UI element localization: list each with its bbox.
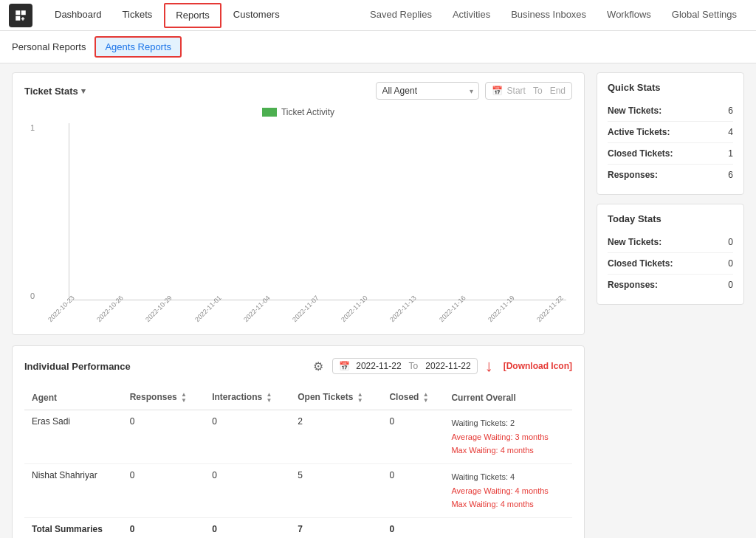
stat-value: 1: [728, 148, 733, 159]
agent-name: Eras Sadi: [24, 410, 123, 464]
ticket-stats-date-range[interactable]: 📅 Start To End: [485, 82, 572, 100]
closed-value: 0: [382, 410, 444, 464]
sort-icon-closed: ▲▼: [423, 392, 429, 404]
col-agent: Agent: [24, 386, 123, 410]
col-open-tickets[interactable]: Open Tickets ▲▼: [290, 386, 382, 410]
stat-value: 0: [728, 258, 733, 269]
max-waiting: Max Waiting: 4 months: [451, 497, 565, 511]
table-row: Eras Sadi 0 0 2 0 Waiting Tickets: 2 Ave…: [24, 410, 572, 464]
stat-value: 4: [728, 127, 733, 137]
today-stat-row: Responses:0: [608, 275, 733, 295]
download-icon-label: [Download Icon]: [504, 361, 572, 371]
stat-label: Responses:: [608, 280, 658, 290]
table-row: Nishat Shahriyar 0 0 5 0 Waiting Tickets…: [24, 464, 572, 518]
stat-label: Active Tickets:: [608, 127, 670, 137]
nav-right-items: Saved Replies Activities Business Inboxe…: [360, 0, 747, 31]
responses-value: 0: [123, 518, 205, 538]
main-content: Ticket Stats ▾ All Agent ▾ 📅 Start To: [0, 63, 756, 538]
chart-area: [69, 123, 566, 300]
nav-item-global-settings[interactable]: Global Settings: [662, 0, 747, 31]
quick-stat-row: Closed Tickets:1: [608, 143, 733, 165]
sort-icon-open-tickets: ▲▼: [357, 392, 363, 404]
perf-date-to-label: To: [409, 361, 419, 371]
agent-filter-select[interactable]: All Agent: [376, 82, 479, 100]
closed-value: 0: [382, 518, 444, 538]
col-interactions[interactable]: Interactions ▲▼: [205, 386, 290, 410]
closed-value: 0: [382, 464, 444, 518]
quick-stats-title: Quick Stats: [608, 82, 733, 93]
sub-navigation: Personal Reports Agents Reports: [0, 31, 756, 63]
ticket-stats-chart: Ticket Activity 1 0 2022-10-232022-10-26…: [24, 107, 572, 325]
col-responses[interactable]: Responses ▲▼: [123, 386, 205, 410]
nav-item-dashboard[interactable]: Dashboard: [44, 0, 112, 31]
today-stats-title: Today Stats: [608, 213, 733, 224]
quick-stats-card: Quick Stats New Tickets:6Active Tickets:…: [597, 72, 744, 195]
responses-value: 0: [123, 464, 205, 518]
col-current-overall: Current Overall: [444, 386, 572, 410]
col-closed[interactable]: Closed ▲▼: [382, 386, 444, 410]
date-end: End: [550, 86, 566, 96]
calendar-icon: 📅: [492, 86, 503, 96]
personal-reports-label: Personal Reports: [12, 41, 86, 52]
date-start: Start: [507, 86, 526, 96]
performance-title: Individual Performance: [24, 361, 131, 372]
ticket-stats-filters: All Agent ▾ 📅 Start To End: [376, 82, 572, 100]
date-to-label: To: [533, 86, 543, 96]
ticket-stats-card: Ticket Stats ▾ All Agent ▾ 📅 Start To: [12, 72, 585, 335]
performance-date-range[interactable]: 📅 2022-11-22 To 2022-11-22: [332, 358, 477, 374]
avg-waiting: Average Waiting: 4 months: [451, 484, 565, 498]
today-stat-row: Closed Tickets:0: [608, 253, 733, 275]
current-overall-cell: Waiting Tickets: 2 Average Waiting: 3 mo…: [451, 416, 565, 458]
perf-date-to: 2022-11-22: [425, 361, 470, 371]
stat-label: New Tickets:: [608, 237, 662, 247]
sort-icon-responses: ▲▼: [181, 392, 187, 404]
chart-y-top: 1: [30, 123, 35, 132]
perf-date-from: 2022-11-22: [356, 361, 401, 371]
interactions-value: 0: [205, 518, 290, 538]
open-tickets-value: 2: [290, 410, 382, 464]
max-waiting: Max Waiting: 4 months: [451, 444, 565, 458]
today-stat-row: New Tickets:0: [608, 232, 733, 253]
nav-item-tickets[interactable]: Tickets: [112, 0, 163, 31]
nav-item-reports[interactable]: Reports: [164, 3, 221, 28]
app-logo[interactable]: [9, 4, 32, 27]
table-header-row: Agent Responses ▲▼ Interactions ▲▼ Open …: [24, 386, 572, 410]
nav-item-saved-replies[interactable]: Saved Replies: [360, 0, 442, 31]
stat-label: Closed Tickets:: [608, 148, 673, 159]
nav-left-items: Dashboard Tickets Reports Customers: [44, 0, 290, 31]
performance-header-row: Individual Performance ⚙ 📅 2022-11-22 To…: [24, 355, 572, 377]
stat-value: 0: [728, 237, 733, 247]
download-button[interactable]: ↓: [484, 355, 495, 377]
nav-item-activities[interactable]: Activities: [442, 0, 501, 31]
sort-icon-interactions: ▲▼: [267, 392, 272, 404]
table-row: Total Summaries 0 0 7 0: [24, 518, 572, 538]
nav-item-business-inboxes[interactable]: Business Inboxes: [501, 0, 597, 31]
chart-legend: Ticket Activity: [24, 107, 572, 117]
nav-item-workflows[interactable]: Workflows: [597, 0, 662, 31]
today-stats-card: Today Stats New Tickets:0Closed Tickets:…: [597, 204, 744, 305]
current-overall-value: Waiting Tickets: 4 Average Waiting: 4 mo…: [444, 464, 572, 518]
avg-waiting: Average Waiting: 3 months: [451, 430, 565, 444]
performance-table: Agent Responses ▲▼ Interactions ▲▼ Open …: [24, 386, 572, 538]
responses-value: 0: [123, 410, 205, 464]
nav-item-customers[interactable]: Customers: [223, 0, 290, 31]
waiting-tickets: Waiting Tickets: 4: [451, 470, 565, 484]
waiting-tickets: Waiting Tickets: 2: [451, 416, 565, 430]
ticket-stats-title: Ticket Stats ▾: [24, 86, 86, 97]
agent-name: Total Summaries: [24, 518, 123, 538]
stat-value: 6: [728, 106, 733, 116]
stat-label: Closed Tickets:: [608, 258, 673, 269]
agents-reports-tab[interactable]: Agents Reports: [94, 36, 182, 58]
stat-label: New Tickets:: [608, 106, 662, 116]
stat-value: 0: [728, 280, 733, 290]
open-tickets-value: 7: [290, 518, 382, 538]
current-overall-value: Waiting Tickets: 2 Average Waiting: 3 mo…: [444, 410, 572, 464]
interactions-value: 0: [205, 410, 290, 464]
quick-stat-row: Active Tickets:4: [608, 122, 733, 143]
current-overall-cell: Waiting Tickets: 4 Average Waiting: 4 mo…: [451, 470, 565, 511]
stat-value: 6: [728, 170, 733, 180]
left-panel: Ticket Stats ▾ All Agent ▾ 📅 Start To: [12, 72, 585, 529]
calendar-icon-small: 📅: [339, 361, 350, 371]
settings-icon-button[interactable]: ⚙: [310, 358, 326, 375]
individual-performance-card: Individual Performance ⚙ 📅 2022-11-22 To…: [12, 345, 585, 538]
